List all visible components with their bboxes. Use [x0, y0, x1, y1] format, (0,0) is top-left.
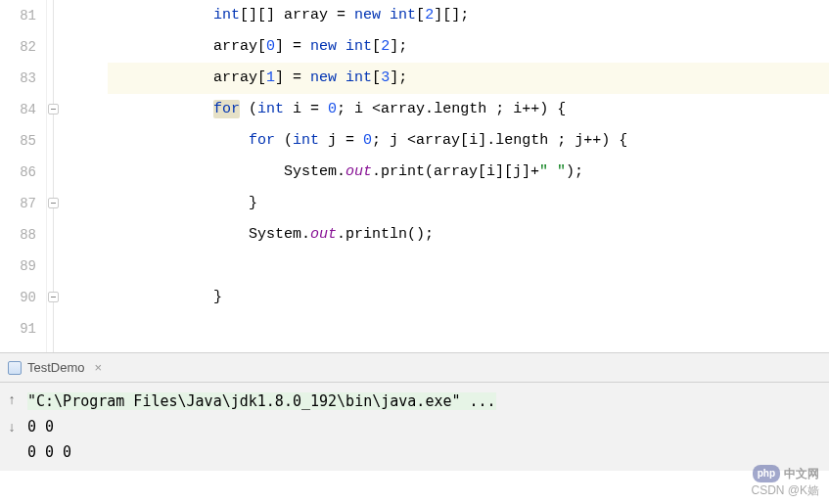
code-line[interactable]: for (int i = 0; i <array.length ; i++) { [108, 94, 829, 125]
fold-toggle-icon[interactable] [48, 104, 59, 115]
code-line[interactable]: array[0] = new int[2]; [108, 31, 829, 63]
code-line[interactable]: } [108, 282, 829, 313]
scroll-down-icon[interactable]: ↓ [8, 420, 16, 435]
line-number: 83 [0, 63, 46, 94]
credit-text: CSDN @K嫱 [751, 482, 819, 498]
run-tool-window: TestDemo × ↑ ↓ "C:\Program Files\Java\jd… [0, 352, 829, 471]
scroll-up-icon[interactable]: ↑ [8, 392, 16, 408]
fold-toggle-icon[interactable] [48, 292, 59, 302]
code-area[interactable]: int[][] array = new int[2][]; array[0] =… [108, 0, 829, 352]
close-tab-button[interactable]: × [91, 360, 107, 375]
code-editor: 8182838485868788899091 int[][] array = n… [0, 0, 829, 352]
line-number: 85 [0, 125, 46, 157]
line-number: 84 [0, 94, 46, 125]
console-toolbar: ↑ ↓ [0, 383, 23, 471]
line-number: 81 [0, 0, 46, 31]
line-number: 91 [0, 313, 46, 344]
console-command: "C:\Program Files\Java\jdk1.8.0_192\bin\… [27, 392, 496, 410]
line-number-gutter: 8182838485868788899091 [0, 0, 47, 352]
code-line[interactable]: array[1] = new int[3]; [108, 63, 829, 94]
run-tab-label[interactable]: TestDemo [27, 360, 85, 375]
code-line[interactable]: System.out.println(); [108, 219, 829, 251]
line-number: 88 [0, 219, 46, 251]
fold-column [47, 0, 108, 352]
run-config-icon [8, 361, 22, 375]
run-tab-bar: TestDemo × [0, 353, 829, 383]
code-line[interactable]: System.out.print(array[i][j]+" "); [108, 157, 829, 188]
code-line[interactable] [108, 251, 829, 282]
line-number: 90 [0, 282, 46, 313]
code-line[interactable] [108, 313, 829, 344]
code-line[interactable]: int[][] array = new int[2][]; [108, 0, 829, 31]
fold-toggle-icon[interactable] [48, 198, 59, 208]
code-line[interactable]: } [108, 188, 829, 219]
code-line[interactable]: for (int j = 0; j <array[i].length ; j++… [108, 125, 829, 157]
console-output[interactable]: "C:\Program Files\Java\jdk1.8.0_192\bin\… [23, 383, 829, 471]
console-line: 0 0 [27, 414, 825, 439]
line-number: 87 [0, 188, 46, 219]
line-number: 86 [0, 157, 46, 188]
line-number: 89 [0, 251, 46, 282]
line-number: 82 [0, 31, 46, 63]
console-line: 0 0 0 [27, 439, 825, 465]
